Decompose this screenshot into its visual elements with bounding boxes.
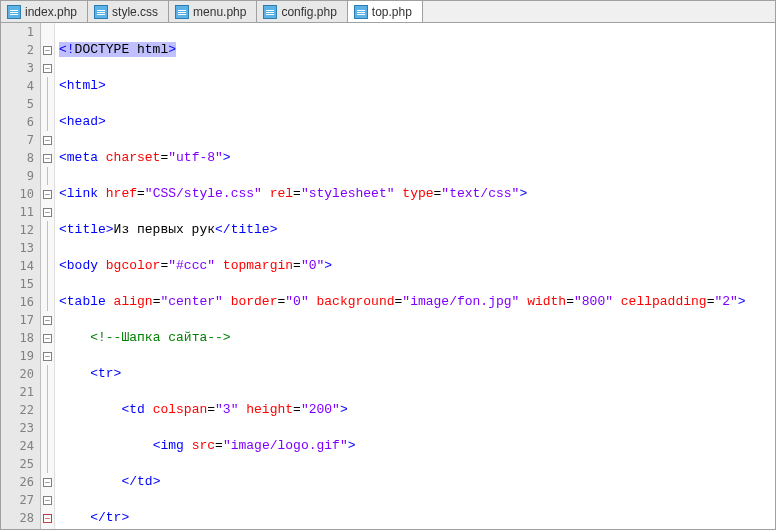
tab-menu-php[interactable]: menu.php: [169, 1, 257, 22]
file-icon: [94, 5, 108, 19]
file-icon: [263, 5, 277, 19]
editor-window: index.php style.css menu.php config.php …: [0, 0, 776, 530]
fold-toggle[interactable]: −: [41, 509, 54, 527]
file-icon: [175, 5, 189, 19]
fold-toggle[interactable]: −: [41, 41, 54, 59]
tab-style-css[interactable]: style.css: [88, 1, 169, 22]
fold-toggle[interactable]: −: [41, 203, 54, 221]
fold-toggle[interactable]: −: [41, 311, 54, 329]
fold-toggle[interactable]: −: [41, 491, 54, 509]
tab-bar: index.php style.css menu.php config.php …: [1, 1, 775, 23]
tab-config-php[interactable]: config.php: [257, 1, 347, 22]
fold-toggle[interactable]: −: [41, 473, 54, 491]
tab-index-php[interactable]: index.php: [1, 1, 88, 22]
tab-top-php[interactable]: top.php: [348, 1, 423, 22]
code-area[interactable]: <!DOCTYPE html> <html> <head> <meta char…: [55, 23, 775, 529]
fold-column: − − − − − − − − − − − −: [41, 23, 55, 529]
fold-toggle[interactable]: −: [41, 59, 54, 77]
file-icon: [354, 5, 368, 19]
file-icon: [7, 5, 21, 19]
fold-toggle[interactable]: −: [41, 329, 54, 347]
fold-toggle[interactable]: −: [41, 149, 54, 167]
fold-toggle[interactable]: −: [41, 347, 54, 365]
code-editor[interactable]: 1234567891011121314151617181920212223242…: [1, 23, 775, 529]
fold-toggle[interactable]: −: [41, 131, 54, 149]
line-number-gutter: 1234567891011121314151617181920212223242…: [1, 23, 41, 529]
fold-toggle[interactable]: −: [41, 185, 54, 203]
